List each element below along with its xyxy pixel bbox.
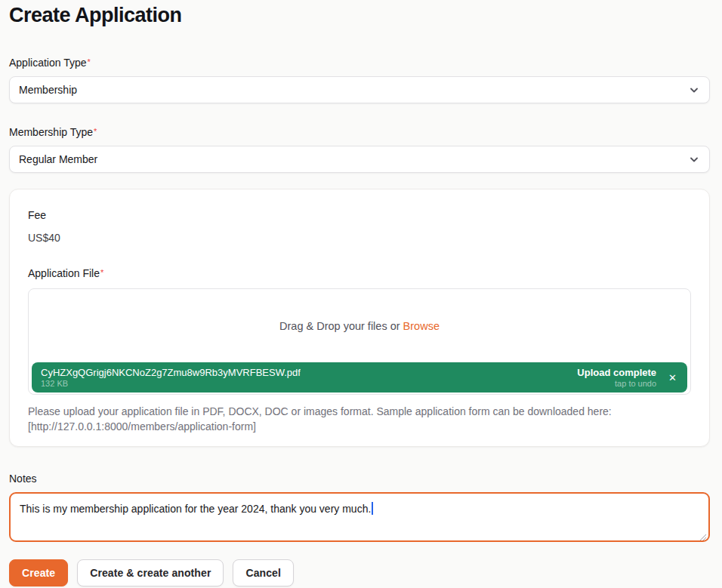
upload-undo-hint: tap to undo [577,379,656,389]
membership-type-label-text: Membership Type [9,126,93,138]
required-asterisk: * [87,57,90,66]
create-application-page: Create Application Application Type* Mem… [0,3,722,586]
notes-textarea[interactable]: This is my membership application for th… [9,492,710,542]
page-title: Create Application [9,3,710,28]
remove-file-button[interactable]: ✕ [665,370,680,386]
application-type-label: Application Type* [9,55,710,70]
cancel-button[interactable]: Cancel [233,559,294,586]
application-type-value: Membership [19,84,77,96]
membership-type-label: Membership Type* [9,125,710,140]
membership-type-select[interactable]: Regular Member [9,146,710,173]
create-button[interactable]: Create [9,559,68,586]
membership-details-section: Fee US$40 Application File* Drag & Drop … [9,189,710,447]
uploaded-file-bar[interactable]: CyHZXgQGrigj6NKCNoZ2g7Zmu8w9Rb3yMVRFBESW… [32,362,687,393]
application-type-label-text: Application Type [9,57,86,69]
required-asterisk: * [100,268,103,277]
uploaded-file-meta: CyHZXgQGrigj6NKCNoZ2g7Zmu8w9Rb3yMVRFBESW… [41,367,301,389]
uploaded-file-size: 132 KB [41,379,301,389]
upload-status: Upload complete tap to undo [577,367,656,389]
resize-handle-icon[interactable] [698,530,707,539]
membership-type-value: Regular Member [19,153,97,165]
form-actions: Create Create & create another Cancel [9,559,710,586]
file-helper-text: Please upload your application file in P… [28,404,691,434]
uploaded-file-name: CyHZXgQGrigj6NKCNoZ2g7Zmu8w9Rb3yMVRFBESW… [41,367,301,379]
notes-label: Notes [9,471,710,486]
application-file-label: Application File* [28,266,691,281]
chevron-down-icon [688,153,700,165]
application-file-label-text: Application File [28,267,100,279]
create-and-create-another-button[interactable]: Create & create another [77,559,224,586]
fee-label: Fee [28,208,691,223]
chevron-down-icon [688,84,700,96]
notes-text: This is my membership application for th… [20,503,371,515]
file-dropzone[interactable]: Drag & Drop your files or Browse CyHZXgQ… [28,288,691,395]
upload-status-text: Upload complete [577,367,656,379]
application-type-select[interactable]: Membership [9,76,710,103]
fee-value: US$40 [28,230,691,245]
required-asterisk: * [94,127,97,136]
text-caret [372,502,373,515]
close-icon: ✕ [668,372,677,383]
dropzone-prompt: Drag & Drop your files or Browse [29,289,690,332]
browse-link[interactable]: Browse [403,320,440,332]
dropzone-prompt-text: Drag & Drop your files or [279,320,400,332]
